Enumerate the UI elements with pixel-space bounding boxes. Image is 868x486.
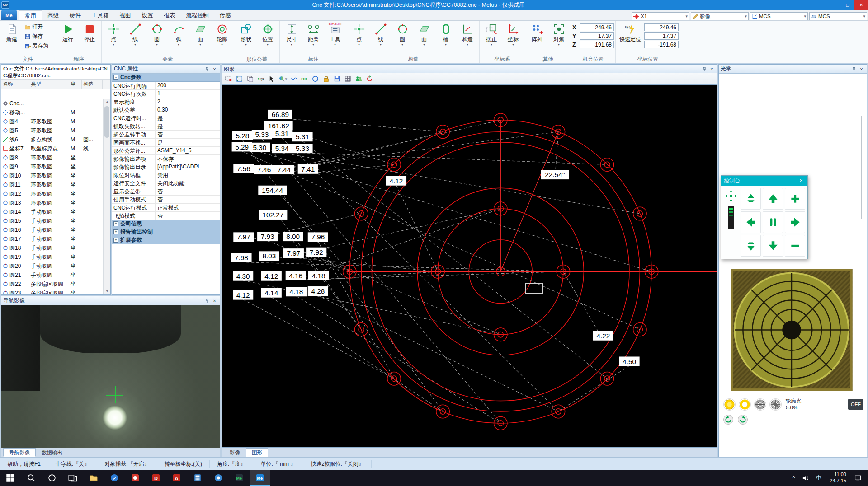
ring-light-segment-a-button[interactable] — [754, 398, 766, 411]
measurement-label[interactable]: 4.16 — [286, 271, 306, 280]
ring-light-full-button[interactable] — [723, 398, 736, 411]
measurement-label[interactable]: 5.30 — [250, 143, 270, 152]
save-view-button[interactable] — [332, 74, 342, 84]
measurement-label[interactable]: 102.27 — [259, 210, 288, 220]
measurement-label[interactable]: 4.50 — [619, 357, 639, 366]
measurement-label[interactable]: 4.14 — [261, 288, 282, 298]
property-value[interactable]: 关闭此功能 — [156, 179, 220, 187]
ribbon-button-打开...[interactable]: 打开... — [23, 23, 54, 31]
property-value[interactable]: 是 — [156, 114, 220, 122]
ribbon-button-线[interactable]: 线▾ — [125, 22, 146, 47]
z-down-button[interactable] — [741, 235, 761, 257]
action-center-icon[interactable] — [851, 470, 865, 486]
ribbon-button-线[interactable]: 线▾ — [370, 22, 391, 47]
pin-icon[interactable] — [203, 297, 210, 304]
jog-down-button[interactable] — [763, 235, 783, 257]
measurement-label[interactable]: 7.46 — [254, 165, 274, 174]
tray-expand-icon[interactable]: ^ — [789, 470, 799, 486]
props-section-报告输出控制[interactable]: +报告输出控制 — [112, 228, 220, 236]
light-reset-right-button[interactable] — [738, 415, 748, 425]
tab-图形[interactable]: 图形 — [246, 448, 268, 457]
ribbon-button-构造[interactable]: 构造▾ — [457, 22, 478, 47]
ok-confirm-button[interactable]: OK — [300, 74, 309, 84]
ribbon-button-坐标[interactable]: 坐标▾ — [503, 22, 524, 47]
property-value[interactable]: 否 — [156, 131, 220, 138]
property-value[interactable]: 2 — [156, 98, 220, 106]
tree-row[interactable]: 圆8环形取圆坐 — [1, 153, 103, 162]
property-value[interactable]: 否 — [156, 212, 220, 220]
ime-indicator[interactable]: 中 — [812, 470, 825, 486]
pin-icon[interactable] — [701, 66, 708, 73]
jog-right-button[interactable] — [785, 211, 805, 233]
measurement-label[interactable]: 4.12 — [233, 290, 253, 300]
view-combo-0[interactable]: X1▾ — [632, 12, 689, 20]
ribbon-tab-设置[interactable]: 设置 — [137, 10, 159, 20]
taskbar-app-metus-green[interactable]: Me — [229, 470, 250, 486]
measurement-label[interactable]: 5.31 — [272, 129, 292, 138]
ribbon-button-阵列[interactable]: 阵列 — [527, 22, 547, 45]
measurement-label[interactable]: 4.12 — [386, 176, 406, 186]
property-value[interactable]: 1 — [156, 90, 220, 98]
ribbon-button-点[interactable]: 点▾ — [103, 22, 124, 47]
taskbar-search-button[interactable] — [21, 470, 42, 486]
tree-row[interactable]: 圆19手动取圆坐 — [1, 252, 103, 262]
ribbon-button-保存[interactable]: 保存 — [23, 32, 54, 41]
taskbar-app-calculator[interactable] — [187, 470, 208, 486]
file-menu-button[interactable]: Me — [1, 10, 17, 20]
tree-column-类型[interactable]: 类型 — [29, 80, 69, 89]
property-value[interactable]: 否 — [156, 187, 220, 195]
taskbar-cortana-button[interactable] — [42, 470, 62, 486]
ribbon-tab-传感[interactable]: 传感 — [214, 10, 236, 20]
scroll-thumb[interactable] — [104, 106, 109, 138]
light-off-button[interactable]: OFF — [848, 399, 863, 410]
ribbon-button-新建[interactable]: 新建 — [1, 22, 22, 45]
tree-row[interactable]: 圆5环形取圆M — [1, 126, 103, 135]
jog-up-button[interactable] — [763, 188, 783, 210]
property-value[interactable]: 是 — [156, 122, 220, 130]
ribbon-button-位置[interactable]: 位置▾ — [257, 22, 278, 47]
color-dropdown[interactable]: ▾ — [278, 74, 288, 84]
measurement-label[interactable]: 8.00 — [283, 232, 303, 241]
tree-row[interactable]: 圆22多段扇区取圆坐 — [1, 280, 103, 289]
ribbon-button-面[interactable]: 面▾ — [414, 22, 434, 47]
close-button[interactable]: × — [854, 0, 868, 10]
tree-scrollbar[interactable]: ▲ ▼ — [103, 99, 110, 294]
measurement-label[interactable]: 7.41 — [298, 164, 318, 174]
tree-row[interactable]: 移动...M — [1, 108, 103, 117]
region-select-tool[interactable] — [224, 74, 233, 84]
volume-icon[interactable] — [798, 470, 812, 486]
ribbon-tab-高级[interactable]: 高级 — [42, 10, 64, 20]
props-section-扩展参数[interactable]: +扩展参数 — [112, 236, 220, 244]
tree-row[interactable]: 圆11环形取圆坐 — [1, 180, 103, 189]
tree-row[interactable]: 圆13环形取圆坐 — [1, 198, 103, 207]
property-value[interactable]: 200 — [156, 82, 220, 89]
ribbon-button-槽[interactable]: 槽▾ — [435, 22, 456, 47]
ribbon-button-工具[interactable]: BIAS.ini工具▾ — [325, 22, 345, 47]
tree-row[interactable]: 线6多点构线M圆... — [1, 135, 103, 144]
tree-row[interactable]: 圆4环形取圆M — [1, 117, 103, 126]
tree-row[interactable]: 圆14手动取圆坐 — [1, 207, 103, 216]
ribbon-button-quick-position[interactable]: xyz快速定位 — [617, 22, 643, 45]
taskbar-app-explorer[interactable] — [83, 470, 104, 486]
markers-toggle[interactable] — [354, 74, 363, 84]
xyz-overlay-toggle[interactable]: xyz — [256, 74, 266, 84]
tab-导航影像[interactable]: 导航影像 — [3, 448, 36, 457]
tab-影像[interactable]: 影像 — [224, 448, 246, 457]
tree-row[interactable]: 圆20手动取圆坐 — [1, 262, 103, 271]
view-combo-3[interactable]: MCS▾ — [809, 12, 867, 20]
z-up-button[interactable] — [741, 188, 761, 210]
taskbar-app-round[interactable] — [208, 470, 229, 486]
tree-column-构造[interactable]: 构造 — [82, 80, 103, 89]
measurement-label[interactable]: 4.22 — [593, 331, 613, 341]
ribbon-tab-视图[interactable]: 视图 — [114, 10, 137, 20]
ribbon-button-对焦[interactable]: 对焦▾ — [548, 22, 569, 47]
measurement-label[interactable]: 66.89 — [268, 110, 292, 119]
expand-toggle-icon[interactable]: + — [113, 238, 118, 243]
taskbar-app-a[interactable]: A — [166, 470, 187, 486]
measurement-label[interactable]: 7.98 — [231, 253, 251, 262]
close-icon[interactable]: × — [211, 65, 218, 72]
tab-数据输出[interactable]: 数据输出 — [36, 448, 68, 457]
copy-view-tool[interactable] — [245, 74, 255, 84]
ribbon-button-摆正[interactable]: 摆正▾ — [481, 22, 502, 47]
ribbon-button-圆[interactable]: 圆▾ — [392, 22, 413, 47]
